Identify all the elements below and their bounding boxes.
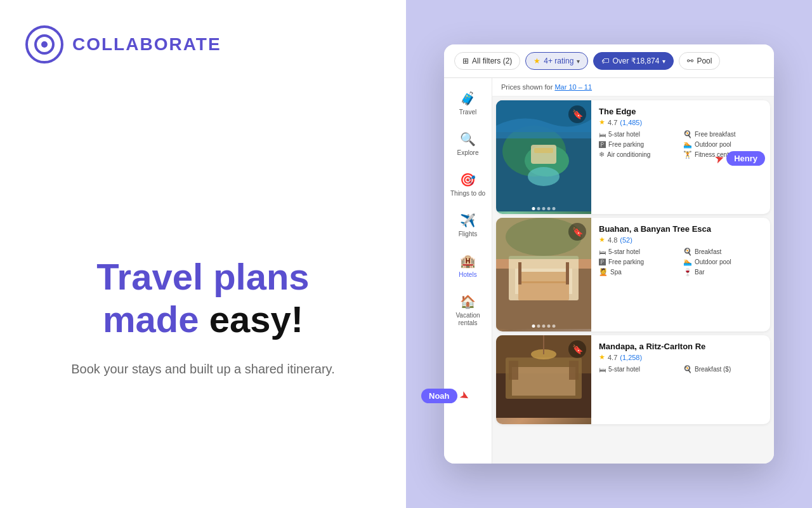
listings: Prices shown for Mar 10 – 11	[492, 78, 774, 464]
sidebar-item-travel[interactable]: 🧳 Travel	[447, 84, 490, 123]
edge-star: ★	[599, 118, 605, 126]
parking-icon-2: 🅿	[599, 258, 606, 266]
app-mockup: ⊞ All filters (2) ★ 4+ rating ▾ 🏷 Over ₹…	[444, 44, 774, 464]
hotel-card-banyan[interactable]: 🔖 Buahan, a Banyan Tree Esca ★	[496, 218, 770, 331]
hotel-card-edge[interactable]: 🔖 The Edge ★ 4.7	[496, 100, 770, 214]
ritz-info: Mandapa, a Ritz-Carlton Re ★ 4.7 (1,258)…	[591, 335, 770, 424]
sidebar-item-flights[interactable]: ✈️ Flights	[447, 206, 490, 244]
price-filter-button[interactable]: 🏷 Over ₹18,874 ▾	[593, 52, 674, 70]
edge-rating-value: 4.7	[608, 119, 617, 126]
ritz-bookmark[interactable]: 🔖	[568, 340, 586, 358]
logo-area: COLLABORATE	[25, 25, 221, 64]
banyan-breakfast: Breakfast	[695, 248, 721, 255]
ritz-star-class: 5-star hotel	[608, 366, 640, 373]
svg-rect-17	[566, 262, 569, 284]
ritz-rating-value: 4.7	[608, 354, 617, 361]
banyan-bookmark[interactable]: 🔖	[568, 223, 586, 241]
ritz-breakfast: Breakfast ($)	[695, 366, 731, 373]
logo-icon	[25, 25, 63, 64]
right-panel: Noah ➤ ⊞ All filters (2) ★ 4+ rating ▾ 🏷…	[406, 0, 812, 508]
banyan-amenity-1: 🛏 5-star hotel	[599, 248, 678, 256]
banyan-star-class: 5-star hotel	[608, 248, 640, 255]
ac-icon: ❄	[599, 150, 605, 159]
hotels-icon: 🏨	[460, 253, 476, 269]
svg-rect-23	[512, 367, 575, 396]
filter-grid-icon: ⊞	[462, 57, 469, 65]
breakfast-icon-3: 🍳	[683, 365, 692, 373]
svg-rect-15	[521, 272, 566, 283]
banyan-pool: Outdoor pool	[695, 258, 731, 265]
left-panel: COLLABORATE Travel plans made easy! Book…	[0, 0, 406, 508]
main-content: 🧳 Travel 🔍 Explore 🎯 Things to do ✈️ Fli…	[444, 78, 774, 464]
price-label: Over ₹18,874	[612, 57, 659, 65]
banyan-parking: Free parking	[608, 258, 644, 265]
sidebar-item-hotels[interactable]: 🏨 Hotels	[447, 247, 490, 285]
edge-rating: ★ 4.7 (1,485)	[599, 118, 763, 126]
travel-icon: 🧳	[460, 91, 476, 106]
edge-ac: Air conditioning	[607, 151, 650, 158]
pool-filter-button[interactable]: ⚯ Pool	[679, 52, 720, 70]
hotel-card-ritz[interactable]: 🔖 Mandapa, a Ritz-Carlton Re ★ 4.7 (1,25…	[496, 335, 770, 424]
svg-point-8	[528, 167, 560, 186]
bdot-5	[553, 324, 556, 328]
bed-icon-3: 🛏	[599, 366, 606, 373]
breakfast-icon-2: 🍳	[683, 248, 692, 256]
cursor-henry-label: Henry	[726, 151, 765, 166]
edge-amenity-5: ❄ Air conditioning	[599, 150, 678, 159]
star-icon: ★	[534, 57, 540, 65]
edge-amenity-4: 🏊 Outdoor pool	[683, 140, 763, 149]
hotel-image-ritz: 🔖	[496, 335, 591, 424]
banyan-amenity-4: 🏊 Outdoor pool	[683, 258, 763, 266]
edge-bookmark[interactable]: 🔖	[568, 105, 586, 123]
pool-icon: ⚯	[687, 57, 693, 65]
banyan-star: ★	[599, 236, 605, 244]
banyan-amenity-5: 💆 Spa	[599, 268, 678, 276]
sidebar-item-explore[interactable]: 🔍 Explore	[447, 125, 490, 163]
dot-2	[537, 207, 540, 210]
dot-1	[532, 207, 535, 210]
sidebar-item-things[interactable]: 🎯 Things to do	[447, 166, 490, 204]
ritz-amenity-2: 🍳 Breakfast ($)	[683, 365, 763, 373]
banyan-rating-value: 4.8	[608, 236, 617, 244]
headline: Travel plans made easy!	[44, 256, 362, 340]
ritz-reviews: (1,258)	[620, 354, 642, 361]
pool-icon: 🏊	[683, 140, 692, 149]
ritz-amenity-1: 🛏 5-star hotel	[599, 365, 678, 373]
vacation-icon: 🏠	[460, 294, 476, 309]
sidebar-item-vacation[interactable]: 🏠 Vacation rentals	[447, 288, 490, 333]
cursor-noah: Noah ➤	[419, 389, 469, 403]
banyan-dots	[532, 324, 556, 328]
breakfast-icon: 🍳	[683, 130, 692, 138]
all-filters-button[interactable]: ⊞ All filters (2)	[454, 52, 520, 70]
rating-filter-button[interactable]: ★ 4+ rating ▾	[525, 52, 588, 70]
svg-rect-7	[534, 148, 553, 153]
edge-name: The Edge	[599, 107, 763, 116]
edge-amenity-2: 🍳 Free breakfast	[683, 130, 763, 138]
all-filters-label: All filters (2)	[472, 57, 512, 65]
banyan-rating: ★ 4.8 (52)	[599, 236, 763, 244]
flights-icon: ✈️	[460, 213, 476, 228]
bar-icon: 🍷	[683, 268, 692, 276]
subtext: Book your stays and built up a shared it…	[44, 359, 362, 379]
edge-star-class: 5-star hotel	[608, 131, 640, 138]
banyan-amenity-6: 🍷 Bar	[683, 268, 763, 276]
dot-3	[542, 207, 546, 210]
price-chevron: ▾	[662, 58, 665, 65]
banyan-amenities: 🛏 5-star hotel 🍳 Breakfast 🅿 Free parkin…	[599, 248, 763, 276]
cursor-noah-label: Noah	[421, 389, 457, 403]
svg-rect-16	[518, 262, 521, 284]
edge-amenity-1: 🛏 5-star hotel	[599, 130, 678, 138]
price-note-date[interactable]: Mar 10 – 11	[554, 83, 592, 91]
dot-4	[547, 207, 551, 210]
svg-rect-26	[509, 361, 518, 380]
price-note: Prices shown for Mar 10 – 11	[492, 78, 774, 97]
explore-icon: 🔍	[460, 131, 476, 147]
cursor-henry: ➤ Henry	[714, 151, 765, 166]
headline-easy: easy!	[209, 298, 303, 340]
bdot-2	[537, 324, 540, 328]
ritz-rating: ★ 4.7 (1,258)	[599, 353, 763, 361]
cursor-henry-arrow: ➤	[712, 150, 726, 167]
banyan-amenity-2: 🍳 Breakfast	[683, 248, 763, 256]
gym-icon: 🏋	[683, 150, 692, 159]
svg-rect-27	[569, 361, 579, 380]
